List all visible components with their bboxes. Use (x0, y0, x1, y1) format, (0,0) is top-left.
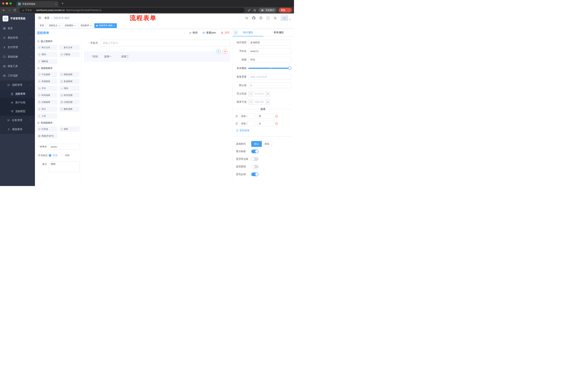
minimize-window-button[interactable] (6, 2, 8, 5)
component-slider[interactable]: 滑块 (59, 85, 80, 91)
component-password[interactable]: 密码 (37, 52, 57, 57)
component-select[interactable]: 下拉选择 (37, 72, 57, 77)
component-time-picker[interactable]: 时间选择 (37, 93, 57, 98)
with-border-switch[interactable] (251, 157, 259, 161)
component-date-picker[interactable]: 日期选择 (37, 99, 57, 105)
component-counter[interactable]: 计数器 (59, 52, 80, 57)
link-handle-button[interactable] (234, 31, 238, 35)
tag-process-definition[interactable]: 流程定义 × (47, 23, 62, 28)
decrease-button[interactable]: − (249, 99, 253, 105)
close-window-button[interactable] (2, 2, 4, 5)
tag-process-model[interactable]: 流程模型 × (63, 23, 77, 28)
sidebar-item-user-group[interactable]: 用户分组 (0, 98, 35, 107)
sidebar-item-process-model[interactable]: 流程模型 (0, 107, 35, 116)
increase-button[interactable]: + (265, 91, 270, 96)
breadcrumb-home[interactable]: 首页 (44, 16, 50, 20)
option-label-input[interactable] (239, 121, 256, 126)
field-phone[interactable]: 手机号 请输入手机号 (84, 40, 230, 47)
tag-process-form-edit[interactable]: 流程表单-编辑 × (94, 23, 117, 28)
sidebar-item-home[interactable]: 首页 (0, 24, 35, 33)
min-select-stepper[interactable]: − 至少应选 + (248, 91, 270, 96)
show-label-switch[interactable] (251, 149, 259, 153)
bookmark-star-icon[interactable] (253, 9, 256, 12)
component-button[interactable]: 按钮 (59, 126, 80, 132)
phone-input[interactable]: 请输入手机号 (100, 40, 230, 47)
maximize-window-button[interactable] (10, 2, 12, 5)
checkbox-option-2[interactable]: 选项二 (117, 55, 129, 58)
component-type-select[interactable]: 多选框组 (248, 40, 291, 45)
style-default-button[interactable]: 默认 (251, 141, 262, 147)
close-icon[interactable]: × (90, 24, 92, 27)
component-row-container[interactable]: 行容器 (37, 126, 57, 132)
font-size-icon[interactable] (273, 16, 277, 20)
reload-icon[interactable] (13, 9, 16, 12)
max-select-stepper[interactable]: − 最多可选 + (248, 99, 270, 105)
option-value-input[interactable] (257, 121, 274, 126)
tag-home[interactable]: 首页 (38, 23, 46, 28)
component-checkbox-group[interactable]: 多选框组 (59, 79, 80, 84)
close-icon[interactable]: × (59, 24, 60, 27)
sidebar-item-process-mgmt[interactable]: 流程管理 (0, 80, 35, 90)
sidebar-item-task-mgmt[interactable]: 任务管理 (0, 116, 35, 125)
component-table[interactable]: 表格[开发中] (37, 133, 57, 139)
component-cascader[interactable]: 级联选择 (59, 72, 80, 77)
component-radio-group[interactable]: 单选框组 (37, 79, 57, 84)
new-tab-button[interactable]: + (62, 1, 63, 5)
radio-closed[interactable]: 关闭 (61, 154, 70, 157)
browser-tab[interactable]: 芋道管理系统 × (16, 1, 59, 7)
decrease-button[interactable]: − (249, 91, 253, 96)
slider-handle[interactable] (288, 67, 292, 70)
delete-field-button[interactable] (223, 49, 227, 54)
search-icon[interactable] (245, 16, 248, 20)
component-switch[interactable]: 开关 (37, 85, 57, 91)
component-rate[interactable]: 评分 (37, 106, 57, 112)
view-json-button[interactable]: 查看json (202, 31, 216, 34)
address-bar[interactable]: 不安全 | dashboard.yudao.iocoder.cn/bpm/man… (19, 8, 245, 13)
back-icon[interactable] (2, 9, 5, 12)
tab-form-props[interactable]: 表单属性 (263, 29, 294, 36)
help-icon[interactable] (259, 16, 262, 20)
checkbox-option-1[interactable]: 选项一 (100, 55, 112, 58)
remove-option-button[interactable] (275, 122, 278, 125)
option-label-input[interactable] (239, 114, 256, 119)
option-value-input[interactable] (257, 114, 274, 119)
tab-close-icon[interactable]: × (55, 2, 57, 5)
component-time-range[interactable]: 时间范围 (59, 93, 80, 98)
field-gender-selected[interactable]: 性别 选项一 选项二 (84, 51, 230, 62)
close-icon[interactable]: × (74, 24, 76, 27)
sidebar-item-system[interactable]: 系统管理 (0, 33, 35, 43)
close-icon[interactable]: × (114, 24, 115, 27)
component-date-range[interactable]: 日期范围 (59, 99, 80, 105)
drag-handle-icon[interactable] (235, 122, 238, 125)
style-button-button[interactable]: 按钮 (262, 141, 272, 147)
password-key-icon[interactable] (248, 9, 251, 12)
sidebar-item-process-form[interactable]: 流程表单 (0, 90, 35, 98)
copy-field-button[interactable] (216, 49, 221, 54)
default-value-input[interactable] (248, 83, 291, 88)
fullscreen-icon[interactable] (266, 16, 270, 20)
save-button[interactable]: 保存 (189, 31, 198, 34)
required-switch[interactable] (251, 172, 259, 176)
form-remark-textarea[interactable]: 嘿嘿 (49, 161, 80, 172)
sidebar-item-devtools[interactable]: 研发工具 (0, 62, 35, 71)
remove-option-button[interactable] (275, 115, 278, 118)
form-name-input[interactable] (49, 144, 80, 149)
github-icon[interactable] (252, 16, 255, 20)
component-color-picker[interactable]: 颜色选择 (59, 106, 80, 112)
component-upload[interactable]: 上传 (37, 113, 57, 119)
component-editor[interactable]: 编辑器 (37, 59, 57, 64)
drag-handle-icon[interactable] (235, 115, 238, 118)
sidebar-collapse-icon[interactable] (38, 16, 42, 20)
sidebar-item-leave-query[interactable]: 请假查询 (0, 125, 35, 134)
add-option-button[interactable]: 添加选项 (236, 129, 291, 132)
component-multi-line-text[interactable]: 多行文本 (59, 45, 80, 50)
browser-menu-icon[interactable]: ⋮ (287, 9, 290, 12)
forward-icon[interactable] (8, 9, 11, 12)
grid-slider[interactable] (248, 68, 290, 69)
security-indicator[interactable]: 不安全 (22, 9, 32, 12)
sidebar-item-payment[interactable]: 支付管理 (0, 43, 35, 52)
browser-update-button[interactable]: 更新 ⋮ (279, 8, 292, 12)
sidebar-item-workflow[interactable]: 工作流程 (0, 71, 35, 80)
label-width-input[interactable] (248, 74, 291, 80)
sidebar-item-infra[interactable]: 基础设施 (0, 52, 35, 62)
